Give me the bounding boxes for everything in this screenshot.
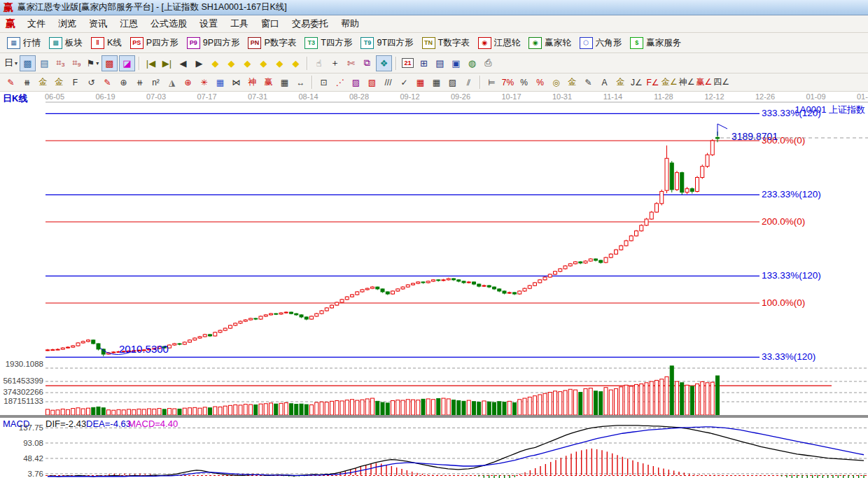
draw-ying-grid[interactable]: 赢 (261, 75, 276, 90)
brain-button[interactable]: ❖ (376, 55, 392, 71)
last-bar-button[interactable]: ▶| (160, 56, 174, 71)
calculator-button[interactable]: ⊞ (416, 56, 431, 71)
9t-square-button[interactable]: T9 9T四方形 (356, 36, 417, 50)
draw-gold-grid-1[interactable]: 金 (36, 75, 50, 90)
panel-splitter[interactable] (0, 415, 868, 418)
note-button[interactable]: ▤ (37, 56, 52, 71)
notepad-button[interactable]: ▤ (433, 56, 447, 71)
draw-grid-red[interactable]: ▦ (413, 75, 428, 90)
menu-help[interactable]: 帮助 (335, 16, 365, 31)
calendar-button[interactable]: 21 (400, 56, 415, 71)
draw-slashes[interactable]: /// (381, 75, 396, 90)
t-table-button[interactable]: TN T数字表 (418, 36, 474, 50)
menu-browse[interactable]: 浏览 (52, 16, 83, 31)
draw-pct7[interactable]: 7% (500, 75, 515, 90)
winner-service-button[interactable]: $ 赢家服务 (626, 36, 685, 50)
menu-trade[interactable]: 交易委托 (286, 16, 335, 31)
net-chart-button[interactable]: ▩ (20, 55, 36, 71)
menu-news[interactable]: 资讯 (83, 16, 113, 31)
draw-si-angle[interactable]: 四∠ (713, 75, 729, 90)
menu-tools[interactable]: 工具 (224, 16, 255, 31)
draw-ruler123[interactable]: ▦ (277, 75, 292, 90)
draw-circle-cross[interactable]: ⊕ (116, 75, 131, 90)
draw-slashes2[interactable]: ⫽ (461, 75, 476, 90)
save-button[interactable]: ▣ (449, 56, 463, 71)
next-bar-button[interactable]: ▶ (192, 56, 206, 71)
draw-gold-grid-2[interactable]: 金 (52, 75, 66, 90)
draw-n2[interactable]: n² (148, 75, 163, 90)
draw-gold-circle[interactable]: ◎ (549, 75, 564, 90)
pattern-button[interactable]: ▩ (102, 55, 118, 71)
p-square-button[interactable]: PS P四方形 (126, 36, 183, 50)
kline-button[interactable]: ‖ K线 (87, 36, 126, 50)
menu-gann[interactable]: 江恩 (113, 16, 144, 31)
print-button[interactable]: ⎙ (481, 56, 496, 71)
chart3-button[interactable]: ⌗₃ (53, 56, 68, 71)
chart9-button[interactable]: ⌗₉ (69, 56, 84, 71)
p-table-button[interactable]: PN P数字表 (244, 36, 300, 50)
hexagon-button[interactable]: ⬡ 六角形 (575, 36, 626, 50)
menu-window[interactable]: 窗口 (255, 16, 286, 31)
draw-box-hatch[interactable]: ▧ (365, 75, 379, 90)
flag-dropdown[interactable]: ⚑▾ (85, 56, 100, 71)
gann-wheel-button[interactable]: ◉ 江恩轮 (474, 36, 525, 50)
cut-button[interactable]: ✄ (344, 56, 358, 71)
menu-file[interactable]: 文件 (21, 16, 52, 31)
draw-f-angle[interactable]: F∠ (645, 75, 660, 90)
draw-step-lines[interactable]: ⊨ (484, 75, 499, 90)
first-bar-button[interactable]: |◀ (144, 56, 158, 71)
draw-dense-grid[interactable]: ⧺ (132, 75, 147, 90)
winner-wheel-button[interactable]: ◉ 赢家轮 (524, 36, 575, 50)
draw-j-angle[interactable]: J∠ (629, 75, 644, 90)
menu-settings[interactable]: 设置 (193, 16, 224, 31)
gann-down-diamond[interactable]: ◆ (288, 56, 303, 71)
gann-expand-diamond[interactable]: ◆ (240, 56, 255, 71)
draw-angle-fan[interactable]: ◮ (164, 75, 179, 90)
draw-pencil-line[interactable]: ✎ (581, 75, 596, 90)
svg-text:10-31: 10-31 (552, 92, 572, 101)
draw-grid-3[interactable]: ▨ (445, 75, 460, 90)
draw-fan-red[interactable]: ⋰ (332, 75, 347, 90)
menu-formula-stockpick[interactable]: 公式选股 (144, 16, 193, 31)
draw-gold-angle[interactable]: 金 (613, 75, 628, 90)
draw-target[interactable]: ⊕ (181, 75, 195, 90)
quote-button[interactable]: ▦ 行情 (3, 36, 45, 50)
draw-web-blue[interactable]: ▦ (213, 75, 227, 90)
gann-left-diamond[interactable]: ◆ (208, 56, 223, 71)
draw-ying-angle[interactable]: 赢∠ (696, 75, 713, 90)
draw-shen-grid[interactable]: 神 (245, 75, 260, 90)
draw-box[interactable]: ⊡ (316, 75, 331, 90)
draw-grid-lines[interactable]: ⧻ (20, 75, 34, 90)
draw-grid-2[interactable]: ▦ (429, 75, 444, 90)
draw-pencil2[interactable]: ✎ (100, 75, 115, 90)
draw-bowtie[interactable]: ⋈ (229, 75, 244, 90)
hand-tool-button[interactable]: ☝ (312, 56, 326, 71)
period-day-dropdown[interactable]: 日▾ (4, 56, 18, 71)
draw-spiral[interactable]: ↺ (84, 75, 99, 90)
gann-up-diamond[interactable]: ◆ (272, 56, 287, 71)
draw-check-curve[interactable]: ✓ (397, 75, 412, 90)
draw-gold-angle2[interactable]: 金∠ (662, 75, 678, 90)
9p-square-button[interactable]: P9 9P四方形 (183, 36, 244, 50)
colored-hist-button[interactable]: ◪ (119, 55, 135, 71)
draw-gold-line[interactable]: 金 (565, 75, 580, 90)
draw-hrange[interactable]: ↔ (293, 75, 308, 90)
prev-bar-button[interactable]: ◀ (176, 56, 190, 71)
draw-shen-angle[interactable]: 神∠ (679, 75, 695, 90)
sector-button[interactable]: ▩ 板块 (45, 36, 87, 50)
kline-chart-canvas[interactable]: 06-0506-1907-0307-1707-3108-1408-2809-12… (0, 92, 868, 478)
t-square-button[interactable]: T3 T四方形 (300, 36, 356, 50)
gann-right-diamond[interactable]: ◆ (224, 56, 239, 71)
draw-web-red[interactable]: ✳ (197, 75, 211, 90)
draw-a-wave[interactable]: A (597, 75, 612, 90)
puzzle-button[interactable]: ⧉ (360, 56, 374, 71)
draw-pct[interactable]: % (517, 75, 531, 90)
crosshair-button[interactable]: ＋ (328, 56, 342, 71)
toolbar-separator (396, 57, 397, 70)
draw-f-grid[interactable]: F (68, 75, 83, 90)
draw-pencil[interactable]: ✎ (4, 75, 18, 90)
gann-shrink-diamond[interactable]: ◆ (256, 56, 271, 71)
draw-box-purple[interactable]: ▨ (349, 75, 363, 90)
web-lookup-button[interactable]: ◍ (465, 56, 479, 71)
draw-pct-line[interactable]: % (533, 75, 547, 90)
